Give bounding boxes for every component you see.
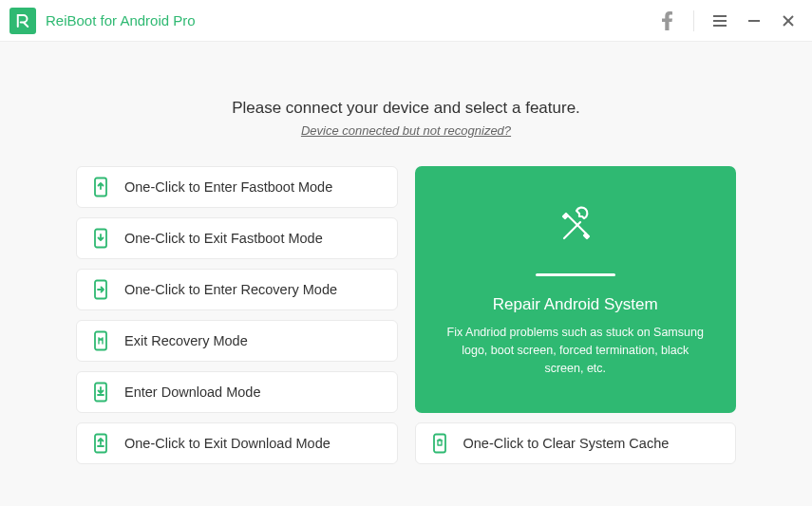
app-title: ReiBoot for Android Pro	[46, 12, 196, 28]
exit-fastboot-button[interactable]: One-Click to Exit Fastboot Mode	[76, 217, 398, 259]
exit-download-button[interactable]: One-Click to Exit Download Mode	[76, 422, 398, 464]
app-logo-icon	[9, 8, 36, 34]
close-icon[interactable]	[780, 12, 797, 29]
option-label: One-Click to Exit Fastboot Mode	[124, 231, 323, 246]
options-right-column: Repair Android System Fix Andriod proble…	[415, 166, 737, 464]
minimize-icon[interactable]	[746, 12, 763, 29]
menu-icon[interactable]	[711, 12, 728, 29]
option-label: Enter Download Mode	[124, 384, 260, 400]
exit-recovery-button[interactable]: Exit Recovery Mode	[76, 320, 398, 362]
title-bar: ReiBoot for Android Pro	[0, 0, 812, 42]
clear-cache-icon	[429, 433, 450, 454]
option-label: Exit Recovery Mode	[124, 333, 248, 348]
tools-icon	[550, 201, 601, 256]
not-recognized-link[interactable]: Device connected but not recognized?	[76, 123, 736, 138]
repair-system-card[interactable]: Repair Android System Fix Andriod proble…	[415, 166, 737, 413]
enter-fastboot-icon	[90, 177, 111, 197]
enter-recovery-button[interactable]: One-Click to Enter Recovery Mode	[76, 269, 398, 310]
clear-cache-button[interactable]: One-Click to Clear System Cache	[415, 422, 737, 464]
option-label: One-Click to Exit Download Mode	[124, 436, 330, 451]
window-controls	[659, 10, 803, 31]
card-divider	[536, 273, 615, 276]
repair-card-title: Repair Android System	[493, 295, 658, 314]
enter-recovery-icon	[90, 279, 111, 300]
enter-fastboot-button[interactable]: One-Click to Enter Fastboot Mode	[76, 166, 398, 208]
svg-rect-9	[95, 332, 106, 350]
separator	[693, 10, 694, 31]
exit-fastboot-icon	[90, 228, 111, 249]
enter-download-icon	[90, 382, 111, 403]
facebook-icon[interactable]	[659, 12, 676, 29]
enter-download-button[interactable]: Enter Download Mode	[76, 371, 398, 413]
connect-prompt: Please connect your device and select a …	[76, 99, 736, 118]
option-label: One-Click to Enter Fastboot Mode	[124, 179, 332, 195]
repair-card-desc: Fix Andriod problems such as stuck on Sa…	[442, 324, 710, 377]
exit-download-icon	[90, 433, 111, 454]
main-content: Please connect your device and select a …	[0, 42, 812, 493]
option-label: One-Click to Clear System Cache	[463, 436, 670, 451]
options-left-column: One-Click to Enter Fastboot Mode One-Cli…	[76, 166, 398, 464]
svg-rect-12	[434, 435, 445, 453]
option-label: One-Click to Enter Recovery Mode	[124, 282, 337, 297]
exit-recovery-icon	[90, 330, 111, 351]
